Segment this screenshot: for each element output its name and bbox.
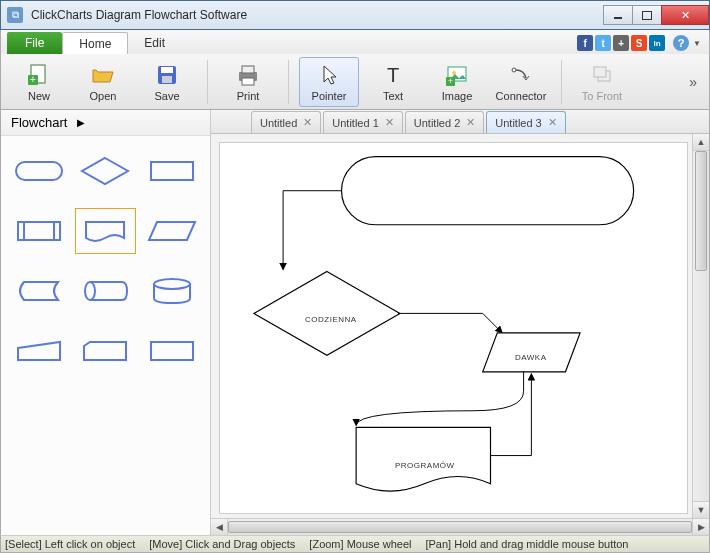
help-dropdown-icon[interactable]: ▼ <box>693 39 701 48</box>
doc-tab-2[interactable]: Untitled 2✕ <box>405 111 484 133</box>
text-label: Text <box>383 90 403 102</box>
diagram <box>220 143 687 513</box>
image-button[interactable]: + Image <box>427 57 487 107</box>
shape-document[interactable] <box>75 208 135 254</box>
doc-tab-label: Untitled 1 <box>332 117 378 129</box>
close-icon[interactable]: ✕ <box>548 116 557 129</box>
shape-manual-input[interactable] <box>9 328 69 374</box>
save-label: Save <box>154 90 179 102</box>
svg-point-14 <box>512 68 516 72</box>
document-tabs: Untitled✕ Untitled 1✕ Untitled 2✕ Untitl… <box>211 110 709 134</box>
app-icon: ⧉ <box>7 7 23 23</box>
open-label: Open <box>90 90 117 102</box>
svg-text:+: + <box>30 74 36 85</box>
close-icon[interactable]: ✕ <box>385 116 394 129</box>
tab-edit[interactable]: Edit <box>128 32 181 54</box>
close-icon[interactable]: ✕ <box>303 116 312 129</box>
doc-tab-label: Untitled 3 <box>495 117 541 129</box>
new-label: New <box>28 90 50 102</box>
svg-rect-24 <box>151 342 193 360</box>
doc-tab-3[interactable]: Untitled 3✕ <box>486 111 565 133</box>
svg-point-22 <box>85 282 95 300</box>
help-icon[interactable]: ? <box>673 35 689 51</box>
svg-rect-17 <box>16 162 62 180</box>
svg-rect-5 <box>162 76 172 83</box>
svg-rect-16 <box>594 67 606 77</box>
close-icon[interactable]: ✕ <box>466 116 475 129</box>
svg-text:+: + <box>448 76 453 86</box>
print-label: Print <box>237 90 260 102</box>
image-label: Image <box>442 90 473 102</box>
tofront-button[interactable]: To Front <box>572 57 632 107</box>
new-button[interactable]: + New <box>9 57 69 107</box>
scroll-thumb[interactable] <box>228 521 692 533</box>
shape-stored-data[interactable] <box>9 268 69 314</box>
print-button[interactable]: Print <box>218 57 278 107</box>
shape-database[interactable] <box>142 268 202 314</box>
svg-text:T: T <box>387 64 399 86</box>
doc-tab-label: Untitled 2 <box>414 117 460 129</box>
doc-tab-0[interactable]: Untitled✕ <box>251 111 321 133</box>
status-bar: [Select] Left click on object [Move] Cli… <box>0 535 710 553</box>
chevron-right-icon: ▶ <box>77 117 85 128</box>
tab-home[interactable]: Home <box>62 32 128 54</box>
shape-process2[interactable] <box>142 328 202 374</box>
file-menu[interactable]: File <box>7 32 62 54</box>
social-links: f t + S in ? ▼ <box>577 35 701 51</box>
linkedin-icon[interactable]: in <box>649 35 665 51</box>
status-move: [Move] Click and Drag objects <box>149 538 295 550</box>
svg-rect-7 <box>242 66 254 73</box>
svg-rect-8 <box>242 78 254 85</box>
sidebar-category[interactable]: Flowchart ▶ <box>1 110 210 136</box>
text-button[interactable]: T Text <box>363 57 423 107</box>
tofront-label: To Front <box>582 90 622 102</box>
titlebar: ⧉ ClickCharts Diagram Flowchart Software <box>0 0 710 30</box>
shape-data[interactable] <box>142 208 202 254</box>
scroll-right-icon[interactable]: ▶ <box>692 519 709 535</box>
status-zoom: [Zoom] Mouse wheel <box>309 538 411 550</box>
svg-rect-18 <box>151 162 193 180</box>
connector-button[interactable]: Connector <box>491 57 551 107</box>
svg-rect-25 <box>342 157 634 225</box>
ribbon: + New Open Save Print Pointer T Text + I… <box>0 54 710 110</box>
vertical-scrollbar[interactable]: ▲ ▼ <box>692 134 709 518</box>
shape-predefined[interactable] <box>9 208 69 254</box>
canvas[interactable]: CODZIENNA DAWKA PROGRAMÓW <box>219 142 688 514</box>
node-data-label: DAWKA <box>515 353 547 362</box>
scroll-left-icon[interactable]: ◀ <box>211 519 228 535</box>
save-button[interactable]: Save <box>137 57 197 107</box>
sidebar-category-label: Flowchart <box>11 115 67 130</box>
ribbon-expand-icon[interactable]: » <box>685 70 701 94</box>
shape-direct-data[interactable] <box>75 268 135 314</box>
shape-process[interactable] <box>142 148 202 194</box>
open-button[interactable]: Open <box>73 57 133 107</box>
shape-terminator[interactable] <box>9 148 69 194</box>
node-document-label: PROGRAMÓW <box>395 461 455 470</box>
doc-tab-1[interactable]: Untitled 1✕ <box>323 111 402 133</box>
maximize-button[interactable] <box>632 5 662 25</box>
horizontal-scrollbar[interactable]: ◀ ▶ <box>211 518 709 535</box>
status-pan: [Pan] Hold and drag middle mouse button <box>425 538 628 550</box>
shapes-sidebar: Flowchart ▶ <box>1 110 211 535</box>
minimize-button[interactable] <box>603 5 633 25</box>
connector-label: Connector <box>496 90 547 102</box>
scroll-down-icon[interactable]: ▼ <box>693 501 709 518</box>
node-decision-label: CODZIENNA <box>305 315 357 324</box>
shape-card[interactable] <box>75 328 135 374</box>
doc-tab-label: Untitled <box>260 117 297 129</box>
svg-point-23 <box>154 279 190 289</box>
scroll-thumb[interactable] <box>695 151 707 271</box>
status-select: [Select] Left click on object <box>5 538 135 550</box>
menu-row: File Home Edit f t + S in ? ▼ <box>0 30 710 54</box>
shape-decision[interactable] <box>75 148 135 194</box>
svg-rect-4 <box>161 67 173 73</box>
pointer-label: Pointer <box>312 90 347 102</box>
stumble-icon[interactable]: S <box>631 35 647 51</box>
google-plus-icon[interactable]: + <box>613 35 629 51</box>
pointer-button[interactable]: Pointer <box>299 57 359 107</box>
scroll-up-icon[interactable]: ▲ <box>693 134 709 151</box>
close-button[interactable] <box>661 5 709 25</box>
facebook-icon[interactable]: f <box>577 35 593 51</box>
twitter-icon[interactable]: t <box>595 35 611 51</box>
window-title: ClickCharts Diagram Flowchart Software <box>31 8 604 22</box>
